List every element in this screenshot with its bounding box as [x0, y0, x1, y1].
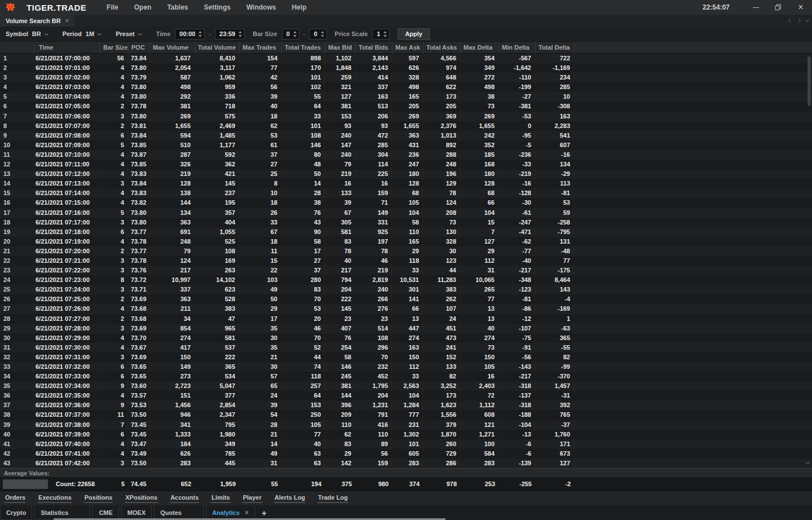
column-header-max-volume[interactable]: Max Volume: [149, 42, 195, 54]
table-row[interactable]: 426/21/2021 07:41:00473.4962678549632956…: [0, 449, 812, 459]
table-row[interactable]: 186/21/2021 07:17:00373.8036340433433053…: [0, 218, 812, 227]
table-row[interactable]: 156/21/2021 07:14:00473.8313823710281331…: [0, 188, 812, 198]
table-row[interactable]: 356/21/2021 07:34:00973.602,7235,0476525…: [0, 381, 812, 391]
table-row[interactable]: 336/21/2021 07:32:00673.6514936530741462…: [0, 362, 812, 372]
page-tab-close-icon[interactable]: ×: [245, 509, 249, 516]
restore-button[interactable]: [767, 0, 789, 15]
menu-file[interactable]: File: [99, 3, 126, 11]
panel-tab-xpositions[interactable]: XPositions: [125, 493, 158, 503]
table-row[interactable]: 106/21/2021 07:09:00573.855101,177611461…: [0, 140, 812, 150]
table-row[interactable]: 66/21/2021 07:05:00273.78381718406438151…: [0, 102, 812, 111]
table-row[interactable]: 46/21/2021 07:03:00473.80498959561023213…: [0, 82, 812, 92]
table-row[interactable]: 196/21/2021 07:18:00673.776911,055679058…: [0, 227, 812, 237]
price-scale-spinner[interactable]: 1: [372, 29, 390, 39]
table-row[interactable]: 136/21/2021 07:12:00473.8321942125502192…: [0, 169, 812, 179]
table-row[interactable]: 176/21/2021 07:16:00573.8013435726766714…: [0, 208, 812, 218]
app-logo: [0, 2, 22, 13]
tab-scroll-right-icon[interactable]: [797, 19, 801, 23]
table-row[interactable]: 326/21/2021 07:31:00373.6915022221445870…: [0, 352, 812, 362]
close-button[interactable]: ×: [789, 0, 812, 15]
table-row[interactable]: 276/21/2021 07:26:00473.6821138329531452…: [0, 304, 812, 314]
table-row[interactable]: 396/21/2021 07:38:00773.4534179528105110…: [0, 420, 812, 430]
table-row[interactable]: 376/21/2021 07:36:00973.531,4562,8543915…: [0, 400, 812, 410]
table-row[interactable]: 76/21/2021 07:06:00373.80269575183315320…: [0, 112, 812, 121]
tab-close-icon[interactable]: ×: [65, 17, 69, 24]
table-row[interactable]: 316/21/2021 07:30:00473.6741753735522542…: [0, 343, 812, 352]
panel-tab-accounts[interactable]: Accounts: [170, 493, 199, 503]
table-row[interactable]: 26/21/2021 07:01:00473.802,0543,11777170…: [0, 63, 812, 73]
menu-open[interactable]: Open: [126, 3, 160, 11]
table-row[interactable]: 246/21/2021 07:23:00873.7210,99714,10210…: [0, 275, 812, 285]
table-row[interactable]: 146/21/2021 07:13:00373.8412814581416161…: [0, 179, 812, 188]
column-header-max-ask[interactable]: Max Ask: [392, 42, 423, 54]
table-row[interactable]: 36/21/2021 07:02:00473.795871,0624210125…: [0, 73, 812, 82]
column-header-total-trades[interactable]: Total Trades: [281, 42, 325, 54]
table-row[interactable]: 416/21/2021 07:40:00473.4718434914408389…: [0, 439, 812, 449]
menu-settings[interactable]: Settings: [196, 3, 239, 11]
column-header-total-asks[interactable]: Total Asks: [423, 42, 460, 54]
table-row[interactable]: 56/21/2021 07:04:00473.80292336395512716…: [0, 92, 812, 102]
table-row[interactable]: 206/21/2021 07:19:00473.7824852518588319…: [0, 237, 812, 246]
cell-total-volume: 2,347: [195, 410, 239, 420]
time-to-spinner[interactable]: 23:59: [215, 29, 245, 39]
table-row[interactable]: 406/21/2021 07:39:00673.451,3331,9802177…: [0, 430, 812, 439]
panel-tab-trade-log[interactable]: Trade Log: [317, 493, 348, 503]
table-row[interactable]: 306/21/2021 07:29:00473.7027458130707610…: [0, 333, 812, 343]
menu-tables[interactable]: Tables: [159, 3, 196, 11]
preset-dropdown[interactable]: Preset: [116, 30, 142, 37]
vertical-scrollbar-thumb[interactable]: [807, 56, 811, 106]
panel-tab-positions[interactable]: Positions: [84, 493, 113, 503]
bar-size-to-spinner[interactable]: 0: [309, 29, 326, 39]
column-header-poc[interactable]: POC: [128, 42, 149, 54]
table-row[interactable]: 16/21/2021 07:00:005673.841,6378,4101548…: [0, 54, 812, 63]
tab-volume-search-br[interactable]: Volume Search BR ×: [0, 15, 74, 27]
column-header-max-bid[interactable]: Max Bid: [325, 42, 355, 54]
table-row[interactable]: 96/21/2021 07:08:00673.845941,4855310824…: [0, 131, 812, 140]
column-header-total-delta[interactable]: Total Delta: [535, 42, 574, 54]
tab-list-icon[interactable]: [805, 18, 809, 22]
column-header-total-volume[interactable]: Total Volume: [195, 42, 239, 54]
panel-tab-executions[interactable]: Executions: [38, 493, 72, 503]
column-header-min-delta[interactable]: Min Delta: [498, 42, 535, 54]
period-dropdown[interactable]: Period 1M: [63, 30, 102, 37]
column-header-bar-size[interactable]: Bar Size: [100, 42, 128, 54]
spinner-arrows-icon[interactable]: [197, 31, 204, 37]
panel-tab-orders[interactable]: Orders: [5, 493, 26, 503]
column-header-total-bids[interactable]: Total Bids: [355, 42, 392, 54]
spinner-arrows-icon[interactable]: [237, 31, 244, 37]
table-row[interactable]: 236/21/2021 07:22:00373.7621726322372172…: [0, 266, 812, 275]
table-row[interactable]: 266/21/2021 07:25:00273.6936352850702222…: [0, 294, 812, 304]
spinner-arrows-icon[interactable]: [320, 31, 326, 37]
apply-button[interactable]: Apply: [398, 28, 430, 40]
time-from-spinner[interactable]: 00:00: [175, 29, 205, 39]
menu-windows[interactable]: Windows: [239, 3, 284, 11]
table-row[interactable]: 296/21/2021 07:28:00373.6985496535464075…: [0, 324, 812, 333]
table-row[interactable]: 216/21/2021 07:20:00273.7779108111778782…: [0, 246, 812, 256]
table-row[interactable]: 256/21/2021 07:24:00373.7133762349832042…: [0, 285, 812, 294]
panel-tab-player[interactable]: Player: [242, 493, 262, 503]
table-row[interactable]: 166/21/2021 07:15:00473.8214419518383971…: [0, 198, 812, 208]
spinner-arrows-icon[interactable]: [292, 31, 299, 37]
table-row[interactable]: 86/21/2021 07:07:00273.811,6552,46962101…: [0, 121, 812, 131]
table-row[interactable]: 436/21/2021 07:42:00373.5028344531631421…: [0, 459, 812, 468]
column-header-time[interactable]: Time: [34, 42, 100, 54]
spinner-arrows-icon[interactable]: [382, 31, 389, 37]
table-row[interactable]: 366/21/2021 07:35:00473.5715137724641442…: [0, 391, 812, 400]
bar-size-from-spinner[interactable]: 0: [282, 29, 299, 39]
table-row[interactable]: 346/21/2021 07:33:00673.6527353457118245…: [0, 372, 812, 381]
column-header-max-trades[interactable]: Max Trades: [239, 42, 281, 54]
scroll-down-button[interactable]: [804, 459, 811, 466]
menu-help[interactable]: Help: [284, 3, 314, 11]
table-row[interactable]: 386/21/2021 07:37:001173.509462,34754250…: [0, 410, 812, 420]
page-tab-crypto[interactable]: Crypto: [0, 505, 32, 520]
table-row[interactable]: 116/21/2021 07:10:00473.8728759237802403…: [0, 150, 812, 160]
minimize-button[interactable]: [744, 0, 767, 15]
panel-tab-alerts-log[interactable]: Alerts Log: [274, 493, 306, 503]
table-row[interactable]: 226/21/2021 07:21:00373.7812416915274046…: [0, 256, 812, 266]
panel-tab-limits[interactable]: Limits: [211, 493, 230, 503]
table-row[interactable]: 126/21/2021 07:11:00473.8532636227487911…: [0, 160, 812, 169]
table-row[interactable]: 286/21/2021 07:27:00273.6834471720232313…: [0, 314, 812, 324]
symbol-dropdown[interactable]: Symbol BR: [6, 30, 48, 37]
tab-scroll-left-icon[interactable]: [788, 19, 792, 23]
column-header-max-delta[interactable]: Max Delta: [460, 42, 498, 54]
